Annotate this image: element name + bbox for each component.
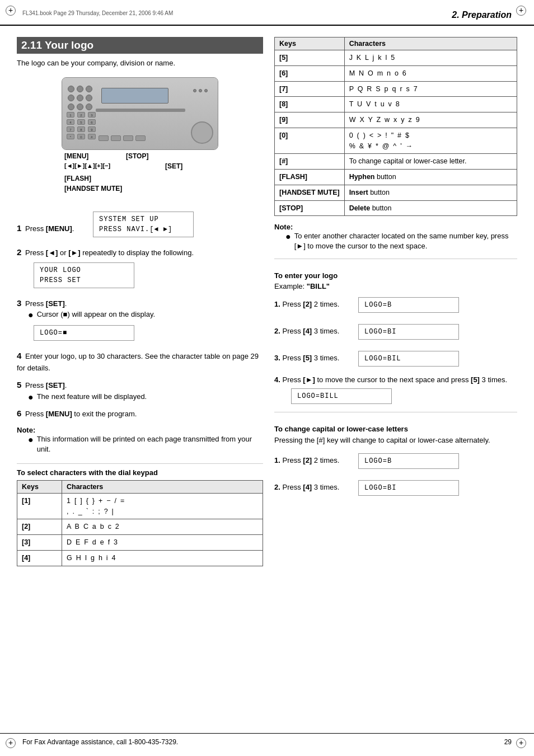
fax-btn-9	[86, 104, 92, 110]
table-row: [3] D E F d e f 3	[17, 535, 263, 551]
table-row: [7] P Q R S p q r s 7	[275, 81, 517, 97]
change-case-step-2-num: 2.	[274, 483, 280, 491]
fax-btn-6	[86, 95, 92, 101]
step-4-num: 4	[17, 351, 21, 360]
right-row-stop-key: [STOP]	[275, 200, 345, 216]
fax-btn-1	[68, 86, 74, 92]
fax-ctrl-btn-3	[123, 135, 133, 141]
fax-speaker	[191, 121, 213, 144]
fax-key-0: 0	[77, 134, 85, 139]
change-case-display-2: LOGO=BI	[358, 480, 459, 496]
fax-body: 1 2 3 4 5 6 7 8 9 * 0 #	[62, 78, 218, 149]
fax-key-6: 6	[88, 119, 96, 125]
change-case-display-1: LOGO=B	[358, 453, 459, 469]
fax-buttons	[68, 86, 93, 111]
note-right-dot: ●	[285, 232, 291, 241]
right-row-9-chars: W X Y Z w x y z 9	[344, 112, 517, 128]
change-case-step-1: 1. Press [2] 2 times. LOGO=B	[274, 450, 517, 472]
fax-keypad: 1 2 3 4 5 6 7 8 9 * 0 #	[67, 112, 97, 139]
fax-display	[101, 88, 168, 104]
step-3-display: LOGO=■	[34, 325, 134, 341]
step-1-text: Press [MENU].	[25, 224, 74, 233]
fax-ctrl-btn-2	[111, 135, 121, 141]
step-5: 5 Press [SET]. ● The next feature will b…	[17, 379, 263, 402]
step-2-num: 2	[17, 247, 21, 257]
note-right-text: To enter another character located on th…	[294, 231, 517, 251]
note-left-bullet: ● This information will be printed on ea…	[28, 434, 263, 454]
section-title-bar: 2.11 Your logo	[17, 37, 263, 54]
table-row: [FLASH] Hyphen button	[275, 170, 517, 185]
step-5-bullet: ● The next feature will be displayed.	[28, 392, 263, 402]
fax-key-5: 5	[77, 119, 85, 125]
right-row-0-chars: 0 ( ) < > ! " # $% & ¥ * @ ^ ' →	[344, 128, 517, 154]
fax-btn-5	[77, 95, 83, 101]
step-2: 2 Press [◄] or [►] repeatedly to display…	[17, 246, 263, 292]
enter-logo-step-3: 3. Press [5] 3 times. LOGO=BIL	[274, 348, 517, 370]
note-left-dot: ●	[28, 435, 34, 444]
fax-key-9: 9	[88, 126, 96, 132]
step-1-num: 1	[17, 223, 21, 233]
fax-key-4: 4	[67, 119, 74, 125]
right-row-hash-key: [#]	[275, 154, 345, 170]
enter-logo-step-4: 4. Press [►] to move the cursor to the n…	[274, 374, 517, 408]
table-row: [9] W X Y Z w x y z 9	[275, 112, 517, 128]
enter-logo-step-1-num: 1.	[274, 300, 280, 308]
table-row: [1] 1 [ ] { } + − / =, . _ ` : ; ? |	[17, 493, 263, 519]
right-table-header-chars: Characters	[344, 37, 517, 50]
dial-table-header-keys: Keys	[17, 480, 62, 493]
change-case-step-2: 2. Press [4] 3 times. LOGO=BI	[274, 477, 517, 499]
label-handset-mute: [HANDSET MUTE]	[64, 185, 122, 192]
right-row-hash-chars: To change capital or lower-case letter.	[344, 154, 517, 170]
step-4-text: Enter your logo, up to 30 characters. Se…	[17, 352, 259, 372]
step-3: 3 Press [SET]. ● Cursor (■) will appear …	[17, 297, 263, 345]
section-description: The logo can be your company, division o…	[17, 58, 263, 68]
label-stop: [STOP]	[126, 152, 148, 160]
fax-led	[193, 89, 208, 92]
right-row-6-chars: M N O m n o 6	[344, 65, 517, 81]
fax-ctrl-btn-4	[135, 135, 146, 141]
footer-left: For Fax Advantage assistance, call 1-800…	[22, 738, 178, 746]
right-row-handset-key: [HANDSET MUTE]	[275, 185, 345, 200]
right-row-6-key: [6]	[275, 65, 345, 81]
label-menu: [MENU]	[64, 152, 88, 160]
enter-logo-display-3: LOGO=BIL	[358, 351, 459, 367]
fax-led-dot-3	[204, 89, 208, 92]
note-right-bullet: ● To enter another character located on …	[285, 231, 517, 251]
corner-decoration-tl	[6, 6, 18, 18]
label-set: [SET]	[165, 162, 182, 170]
dial-row-3-chars: D E F d e f 3	[62, 535, 263, 551]
file-info: FL341.book Page 29 Thursday, December 21…	[22, 10, 173, 16]
change-case-step-1-num: 1.	[274, 456, 280, 464]
change-case-step-2-text: Press [4] 3 times.	[282, 483, 339, 491]
step-2-text: Press [◄] or [►] repeatedly to display t…	[25, 248, 194, 257]
step-4: 4 Enter your logo, up to 30 characters. …	[17, 350, 263, 373]
change-case-step-1-text: Press [2] 2 times.	[282, 456, 339, 464]
step-5-num: 5	[17, 380, 21, 389]
step-3-bullet-text: Cursor (■) will appear on the display.	[37, 309, 155, 320]
label-nav: [◄][►][▲][+][−]	[64, 162, 110, 169]
main-content: 2.11 Your logo The logo can be your comp…	[0, 26, 534, 607]
right-char-table: Keys Characters [5] J K L j k l 5 [6] M …	[274, 37, 517, 216]
enter-logo-step-3-num: 3.	[274, 354, 280, 362]
note-right: Note: ● To enter another character locat…	[274, 223, 517, 251]
fax-btn-4	[68, 95, 74, 101]
right-row-flash-key: [FLASH]	[275, 170, 345, 185]
table-row: [8] T U V t u v 8	[275, 97, 517, 112]
dial-row-2-key: [2]	[17, 519, 62, 535]
enter-logo-step-4-num: 4.	[274, 375, 280, 384]
step-6-num: 6	[17, 408, 21, 418]
right-row-0-key: [0]	[275, 128, 345, 154]
table-row: [0] 0 ( ) < > ! " # $% & ¥ * @ ^ ' →	[275, 128, 517, 154]
dial-table-header-chars: Characters	[62, 480, 263, 493]
right-row-handset-chars: Insert button	[344, 185, 517, 200]
note-left: Note: ● This information will be printed…	[17, 426, 263, 454]
bullet-dot-2: ●	[28, 393, 34, 402]
corner-decoration-tr	[516, 6, 528, 18]
change-case-desc: Pressing the [#] key will change to capi…	[274, 435, 517, 445]
step-3-bullet: ● Cursor (■) will appear on the display.	[28, 309, 263, 320]
right-row-flash-chars: Hyphen button	[344, 170, 517, 185]
fax-btn-7	[68, 104, 74, 110]
table-row: [4] G H I g h i 4	[17, 550, 263, 566]
table-row: [5] J K L j k l 5	[275, 50, 517, 66]
enter-logo-step-1-text: Press [2] 2 times.	[282, 300, 339, 308]
